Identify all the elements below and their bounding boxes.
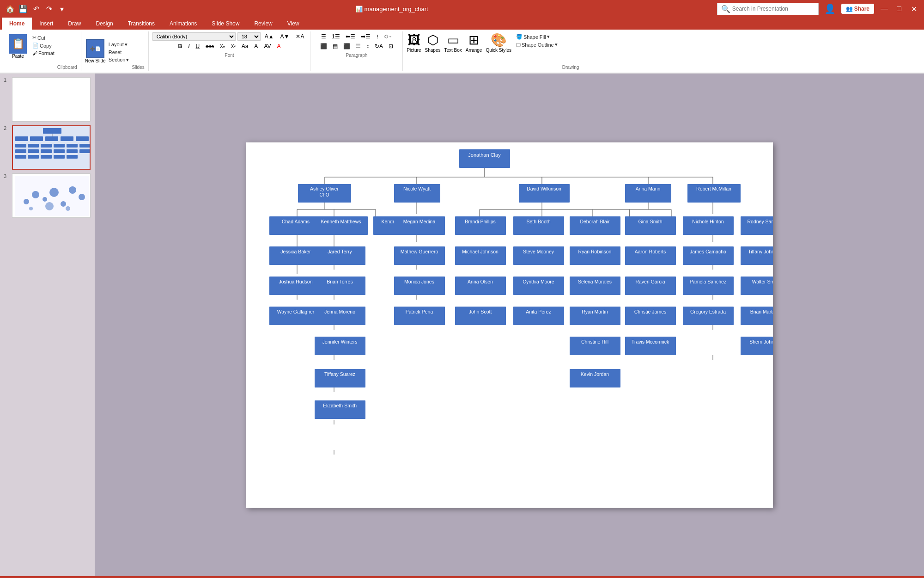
node-patrick-pena[interactable]: Patrick Pena — [394, 307, 445, 325]
user-icon[interactable]: 👤 — [824, 3, 836, 14]
arrange-button[interactable]: ⊞ Arrange — [466, 32, 482, 53]
picture-button[interactable]: 🖼 Picture — [407, 32, 421, 53]
font-color-button[interactable]: A — [275, 42, 283, 50]
quick-styles-button[interactable]: 🎨 Quick Styles — [486, 32, 511, 53]
undo-button[interactable]: ↶ — [31, 4, 41, 13]
tab-view[interactable]: View — [280, 18, 307, 30]
node-elizabeth-smith[interactable]: Elizabeth Smith — [315, 400, 365, 419]
node-ryan-martin[interactable]: Ryan Martin — [570, 307, 620, 325]
text-case-button[interactable]: Aa — [239, 42, 251, 50]
node-gina-smith[interactable]: Gina Smith — [625, 216, 676, 235]
shape-outline-button[interactable]: ▢ Shape Outline▾ — [515, 41, 559, 48]
tab-animations[interactable]: Animations — [162, 18, 204, 30]
maximize-button[interactable]: □ — [894, 4, 904, 13]
node-jared-terry[interactable]: Jared Terry — [315, 246, 365, 265]
line-spacing-button[interactable]: ↕ — [364, 42, 371, 50]
font-name-select[interactable]: Calibri (Body) — [152, 32, 236, 41]
node-pamela-sanchez[interactable]: Pamela Sanchez — [683, 277, 734, 295]
redo-button[interactable]: ↷ — [44, 4, 54, 13]
node-selena-morales[interactable]: Selena Morales — [570, 277, 620, 295]
node-jenna-moreno[interactable]: Jenna Moreno — [315, 307, 365, 325]
node-gregory-estrada[interactable]: Gregory Estrada — [683, 307, 734, 325]
node-jonathan-clay[interactable]: Jonathan Clay — [459, 149, 510, 168]
layout-button[interactable]: Layout▾ — [108, 41, 130, 48]
slide-preview-2[interactable] — [12, 125, 91, 170]
strikethrough-button[interactable]: abc — [203, 43, 216, 50]
node-tiffany-suarez[interactable]: Tiffany Suarez — [315, 369, 365, 387]
node-nichole-hinton[interactable]: Nichole Hinton — [683, 216, 734, 235]
node-kevin-jordan[interactable]: Kevin Jordan — [570, 369, 620, 387]
decrease-indent-button[interactable]: ⬅☰ — [343, 32, 358, 41]
search-input[interactable] — [732, 6, 815, 12]
node-rodney-sanchez[interactable]: Rodney Sanchez — [741, 216, 773, 235]
align-center-button[interactable]: ▤ — [330, 42, 340, 50]
node-deborah-blair[interactable]: Deborah Blair — [570, 216, 620, 235]
superscript-button[interactable]: X² — [229, 43, 238, 50]
columns-button[interactable]: ⫶ — [374, 32, 381, 41]
node-walter-smith[interactable]: Walter Smith — [741, 277, 773, 295]
bullets-button[interactable]: ☰ — [319, 32, 328, 41]
node-steve-mooney[interactable]: Steve Mooney — [513, 246, 564, 265]
minimize-button[interactable]: — — [880, 4, 889, 13]
font-decrease-button[interactable]: A▼ — [278, 32, 292, 41]
cut-button[interactable]: ✂ Cut — [31, 34, 55, 41]
shape-fill-button[interactable]: 🪣 Shape Fill▾ — [515, 33, 559, 40]
text-direction-button[interactable]: ↻A — [372, 42, 385, 50]
slide-preview-1[interactable] — [12, 77, 91, 122]
copy-button[interactable]: 📄 Copy — [31, 42, 55, 49]
node-ashley-oliver[interactable]: Ashley OliverCFO — [298, 184, 351, 203]
tab-insert[interactable]: Insert — [32, 18, 61, 30]
tab-home[interactable]: Home — [2, 18, 32, 30]
tab-transitions[interactable]: Transitions — [121, 18, 162, 30]
node-anna-mann[interactable]: Anna Mann — [625, 184, 671, 203]
tab-design[interactable]: Design — [88, 18, 120, 30]
node-seth-booth[interactable]: Seth Booth — [513, 216, 564, 235]
align-right-button[interactable]: ⬛ — [341, 42, 353, 50]
close-button[interactable]: ✕ — [909, 4, 918, 13]
align-left-button[interactable]: ⬛ — [318, 42, 329, 50]
node-james-camacho[interactable]: James Camacho — [683, 246, 734, 265]
text-shadow-button[interactable]: A — [252, 42, 260, 50]
justify-button[interactable]: ☰ — [353, 42, 363, 50]
node-david-wilkinson[interactable]: David Wilkinson — [519, 184, 570, 203]
node-brian-torres[interactable]: Brian Torres — [315, 277, 365, 295]
node-brandi-phillips[interactable]: Brandi Phillips — [455, 216, 506, 235]
node-brian-martinez[interactable]: Brian Martinez — [741, 307, 773, 325]
new-slide-button[interactable]: ➕📄 — [86, 39, 104, 58]
node-jennifer-winters[interactable]: Jennifer Winters — [315, 337, 365, 355]
node-anna-olsen[interactable]: Anna Olsen — [455, 277, 506, 295]
node-john-scott[interactable]: John Scott — [455, 307, 506, 325]
node-ryan-robinson[interactable]: Ryan Robinson — [570, 246, 620, 265]
increase-indent-button[interactable]: ➡☰ — [359, 32, 373, 41]
node-robert-mcmillan[interactable]: Robert McMillan — [687, 184, 741, 203]
section-button[interactable]: Section▾ — [108, 56, 130, 63]
tab-slideshow[interactable]: Slide Show — [204, 18, 247, 30]
clear-formatting-button[interactable]: ✕A — [293, 32, 306, 41]
node-christine-hill[interactable]: Christine Hill — [570, 337, 620, 355]
text-box-button[interactable]: ▭ Text Box — [444, 32, 462, 53]
share-button[interactable]: 👥 Share — [841, 4, 874, 14]
search-box[interactable]: 🔍 — [717, 3, 819, 15]
tab-review[interactable]: Review — [247, 18, 280, 30]
node-mathew-guerrero[interactable]: Mathew Guerrero — [394, 246, 445, 265]
shapes-button[interactable]: ⬡ Shapes — [425, 32, 441, 53]
node-tiffany-johnston[interactable]: Tiffany Johnston — [741, 246, 773, 265]
format-button[interactable]: 🖌 Format — [31, 50, 55, 56]
home-icon[interactable]: 🏠 — [6, 4, 15, 13]
customize-button[interactable]: ▾ — [57, 4, 67, 13]
font-increase-button[interactable]: A▲ — [262, 32, 276, 41]
font-size-select[interactable]: 18 — [237, 32, 261, 41]
node-christie-james[interactable]: Christie James — [625, 307, 676, 325]
node-travis-mccormick[interactable]: Travis Mccormick — [625, 337, 676, 355]
smartart-convert-button[interactable]: ⬡→ — [382, 33, 395, 40]
node-nicole-wyatt[interactable]: Nicole Wyatt — [394, 184, 440, 203]
slide-canvas[interactable]: Jonathan Clay Ashley OliverCFO Nicole Wy… — [246, 142, 773, 508]
slide-thumb-3[interactable]: 3 — [4, 173, 91, 218]
node-kenneth-matthews[interactable]: Kenneth Matthews — [315, 216, 368, 235]
paste-button[interactable]: 📋 Paste — [6, 32, 30, 61]
slide-thumb-2[interactable]: 2 — [4, 125, 91, 170]
numbering-button[interactable]: 1☰ — [329, 32, 342, 41]
node-aaron-roberts[interactable]: Aaron Roberts — [625, 246, 676, 265]
align-text-button[interactable]: ⊡ — [386, 42, 395, 50]
node-michael-johnson[interactable]: Michael Johnson — [455, 246, 506, 265]
